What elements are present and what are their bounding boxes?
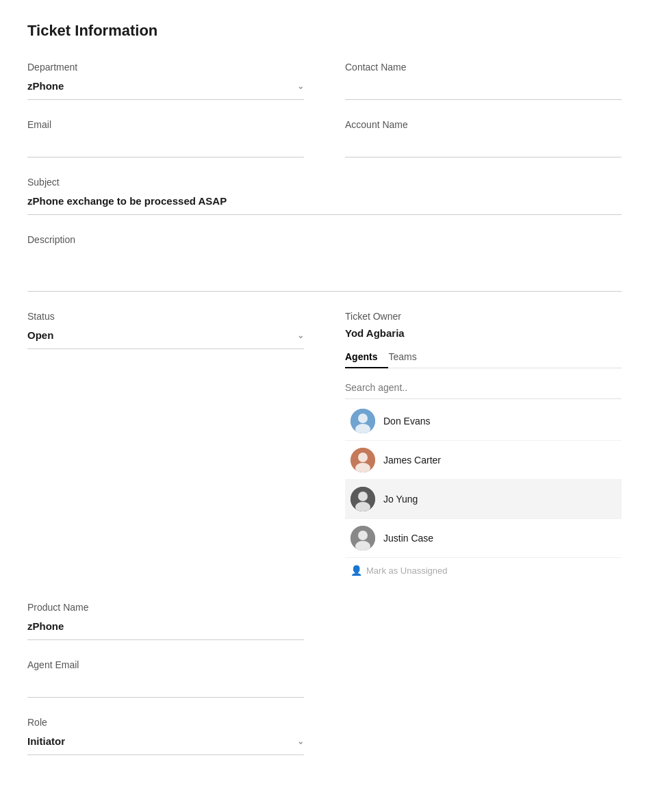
svg-point-1 [358, 414, 368, 423]
agent-email-input[interactable] [27, 676, 304, 698]
svg-point-7 [358, 492, 368, 501]
product-name-field: Product Name zPhone [27, 602, 304, 640]
agent-name-james-carter: James Carter [383, 455, 441, 466]
agent-email-field: Agent Email [27, 659, 304, 698]
tab-agents[interactable]: Agents [345, 347, 388, 368]
account-name-input[interactable] [345, 136, 622, 157]
ticket-owner-name: Yod Agbaria [345, 327, 622, 339]
status-chevron-icon: ⌄ [297, 331, 304, 340]
subject-input[interactable]: zPhone exchange to be processed ASAP [27, 193, 622, 215]
email-input[interactable] [27, 136, 304, 157]
agent-name-don-evans: Don Evans [383, 416, 430, 427]
subject-label: Subject [27, 177, 622, 188]
role-select[interactable]: Initiator ⌄ [27, 733, 304, 755]
unassigned-icon: 👤 [351, 565, 362, 576]
svg-point-4 [358, 453, 368, 462]
ticket-owner-label: Ticket Owner [345, 311, 622, 322]
agent-avatar-don [351, 409, 375, 433]
department-select[interactable]: zPhone ⌄ [27, 78, 304, 100]
ticket-owner-section: Ticket Owner Yod Agbaria Agents Teams Do… [345, 311, 622, 583]
email-label: Email [27, 119, 304, 130]
role-label: Role [27, 717, 304, 728]
product-name-label: Product Name [27, 602, 304, 613]
agent-item-don-evans[interactable]: Don Evans [345, 402, 622, 441]
status-field: Status Open ⌄ [27, 311, 304, 583]
agent-name-justin-case: Justin Case [383, 533, 433, 544]
description-label: Description [27, 234, 622, 245]
subject-field: Subject zPhone exchange to be processed … [27, 177, 622, 215]
department-chevron-icon: ⌄ [297, 81, 304, 91]
email-field: Email [27, 119, 304, 157]
account-name-field: Account Name [345, 119, 622, 157]
status-label: Status [27, 311, 304, 322]
role-field: Role Initiator ⌄ [27, 717, 304, 755]
contact-name-input[interactable] [345, 78, 622, 100]
agent-item-james-carter[interactable]: James Carter [345, 441, 622, 480]
agent-tabs: Agents Teams [345, 347, 622, 368]
description-field: Description [27, 234, 622, 292]
svg-point-10 [358, 531, 368, 540]
agent-avatar-jo [351, 487, 375, 511]
page-title: Ticket Information [27, 22, 622, 40]
tab-teams[interactable]: Teams [388, 347, 427, 368]
agent-avatar-justin [351, 526, 375, 550]
contact-name-label: Contact Name [345, 62, 622, 73]
account-name-label: Account Name [345, 119, 622, 130]
agent-avatar-james [351, 448, 375, 472]
department-label: Department [27, 62, 304, 73]
department-field: Department zPhone ⌄ [27, 62, 304, 100]
mark-unassigned-label: Mark as Unassigned [366, 566, 448, 576]
description-input[interactable] [27, 251, 622, 292]
product-name-value[interactable]: zPhone [27, 618, 304, 640]
agent-item-jo-yung[interactable]: Jo Yung [345, 480, 622, 519]
mark-unassigned-button[interactable]: 👤 Mark as Unassigned [345, 558, 622, 583]
role-chevron-icon: ⌄ [297, 737, 304, 746]
agent-name-jo-yung: Jo Yung [383, 494, 418, 505]
search-agent-input[interactable] [345, 377, 622, 399]
agent-email-label: Agent Email [27, 659, 304, 670]
contact-name-field: Contact Name [345, 62, 622, 100]
status-select[interactable]: Open ⌄ [27, 327, 304, 349]
agent-item-justin-case[interactable]: Justin Case [345, 519, 622, 558]
agent-list: Don Evans James Carter Jo Yung Justin Ca… [345, 402, 622, 558]
